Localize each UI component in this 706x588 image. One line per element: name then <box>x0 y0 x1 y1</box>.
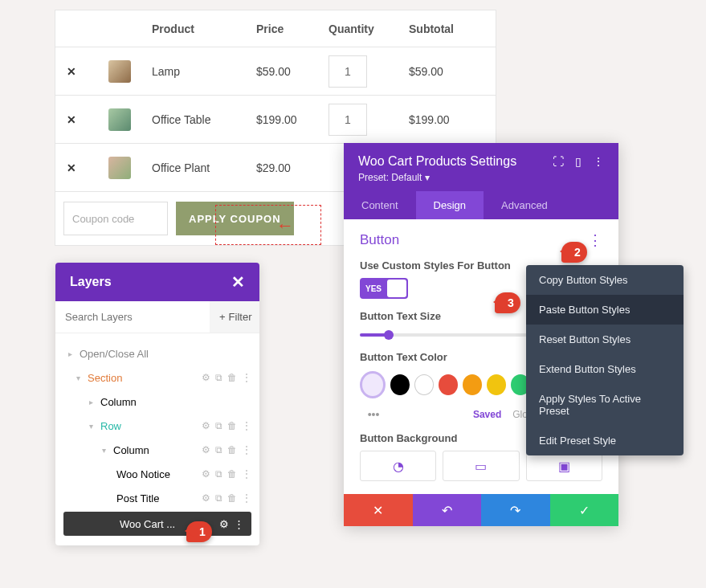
chevron-down-icon[interactable]: ▾ <box>76 374 84 382</box>
chevron-down-icon[interactable]: ▾ <box>89 422 97 431</box>
section-button-title: Button <box>360 232 399 248</box>
section-kebab-icon[interactable]: ⋮ <box>588 233 602 247</box>
menu-edit-preset[interactable]: Edit Preset Style <box>526 426 684 455</box>
kebab-icon[interactable]: ⋮ <box>242 372 251 383</box>
quantity-input[interactable] <box>329 55 367 88</box>
layers-search-row: +Filter <box>55 301 259 333</box>
menu-paste-styles[interactable]: Paste Button Styles <box>526 295 684 325</box>
arrow-icon: ← <box>276 215 294 236</box>
duplicate-icon[interactable]: ⧉ <box>215 468 222 480</box>
table-row: ✕ Lamp $59.00 $59.00 <box>55 47 496 96</box>
close-icon[interactable]: ✕ <box>231 272 245 292</box>
tab-design[interactable]: Design <box>416 191 484 219</box>
custom-styles-toggle[interactable]: YES <box>360 278 408 299</box>
swatch-selected[interactable] <box>360 371 386 398</box>
preset-label[interactable]: Preset: Default ▾ <box>358 172 604 183</box>
remove-item-button[interactable]: ✕ <box>67 161 76 174</box>
settings-tabs: Content Design Advanced <box>344 191 618 219</box>
layers-tree: ▸Open/Close All ▾Section⚙⧉🗑⋮ ▸Column ▾Ro… <box>55 333 259 545</box>
layer-row[interactable]: ▾Row⚙⧉🗑⋮ <box>60 414 255 438</box>
product-name: Office Table <box>152 113 256 126</box>
kebab-icon[interactable]: ⋮ <box>229 518 248 530</box>
swatch-red[interactable] <box>439 374 458 395</box>
duplicate-icon[interactable]: ⧉ <box>215 444 222 455</box>
layers-panel: Layers ✕ +Filter ▸Open/Close All ▾Sectio… <box>55 263 259 545</box>
tab-content[interactable]: Content <box>344 191 416 219</box>
gear-icon[interactable]: ⚙ <box>202 372 210 383</box>
gear-icon[interactable]: ⚙ <box>219 518 229 530</box>
product-subtotal: $199.00 <box>409 113 481 126</box>
more-colors-icon[interactable]: ••• <box>360 408 387 421</box>
redo-button[interactable]: ↷ <box>481 494 550 526</box>
chevron-down-icon[interactable]: ▾ <box>102 446 110 455</box>
swatch-orange[interactable] <box>463 374 482 395</box>
menu-apply-preset[interactable]: Apply Styles To Active Preset <box>526 384 684 426</box>
duplicate-icon[interactable]: ⧉ <box>215 420 222 431</box>
header-product: Product <box>152 22 256 35</box>
toggle-knob <box>387 280 406 297</box>
settings-header: Woo Cart Products Settings ⛶ ▯ ⋮ Preset:… <box>344 143 618 191</box>
cancel-button[interactable]: ✕ <box>344 494 413 526</box>
remove-item-button[interactable]: ✕ <box>67 65 76 78</box>
layer-column[interactable]: ▸Column <box>60 390 255 414</box>
gear-icon[interactable]: ⚙ <box>202 468 210 480</box>
swatch-tab-saved[interactable]: Saved <box>473 409 501 420</box>
trash-icon[interactable]: 🗑 <box>227 492 237 504</box>
swatch-yellow[interactable] <box>487 374 506 395</box>
header-price: Price <box>256 22 329 35</box>
bg-opt-color[interactable]: ◔ <box>360 451 436 481</box>
callout-1: 1 <box>186 521 212 542</box>
layer-woo-notice[interactable]: Woo Notice⚙⧉🗑⋮ <box>60 462 255 486</box>
duplicate-icon[interactable]: ⧉ <box>215 372 222 383</box>
bg-opt-gradient[interactable]: ▭ <box>443 451 519 481</box>
trash-icon[interactable]: 🗑 <box>227 372 237 383</box>
menu-copy-styles[interactable]: Copy Button Styles <box>526 265 684 295</box>
confirm-button[interactable]: ✓ <box>550 494 619 526</box>
product-name: Lamp <box>152 65 256 78</box>
layer-section[interactable]: ▾Section⚙⧉🗑⋮ <box>60 365 255 390</box>
tab-advanced[interactable]: Advanced <box>484 191 565 219</box>
search-input[interactable] <box>55 301 210 333</box>
trash-icon[interactable]: 🗑 <box>227 444 237 455</box>
gear-icon[interactable]: ⚙ <box>202 444 210 455</box>
product-thumb <box>108 108 131 131</box>
filter-button[interactable]: +Filter <box>210 301 259 333</box>
plus-icon: + <box>219 311 226 323</box>
product-name: Office Plant <box>152 161 256 174</box>
open-close-all[interactable]: ▸Open/Close All <box>60 341 255 365</box>
gear-icon[interactable]: ⚙ <box>202 492 210 504</box>
product-subtotal: $59.00 <box>409 65 481 78</box>
kebab-icon[interactable]: ⋮ <box>593 155 604 168</box>
quantity-input[interactable] <box>329 104 367 136</box>
gear-icon[interactable]: ⚙ <box>202 420 210 431</box>
menu-reset-styles[interactable]: Reset Button Styles <box>526 325 684 354</box>
product-thumb <box>108 60 131 83</box>
undo-button[interactable]: ↶ <box>413 494 482 526</box>
highlight-box <box>215 205 321 245</box>
kebab-icon[interactable]: ⋮ <box>242 492 251 504</box>
kebab-icon[interactable]: ⋮ <box>242 420 251 431</box>
expand-icon[interactable]: ⛶ <box>553 155 564 168</box>
table-row: ✕ Office Table $199.00 $199.00 <box>55 96 496 144</box>
layer-column[interactable]: ▾Column⚙⧉🗑⋮ <box>60 438 255 462</box>
slider-knob[interactable] <box>384 330 394 340</box>
columns-icon[interactable]: ▯ <box>575 155 582 168</box>
trash-icon[interactable]: 🗑 <box>227 468 237 480</box>
menu-extend-styles[interactable]: Extend Button Styles <box>526 354 684 384</box>
styles-dropdown: Copy Button Styles Paste Button Styles R… <box>526 265 684 455</box>
chevron-right-icon[interactable]: ▸ <box>89 398 97 406</box>
kebab-icon[interactable]: ⋮ <box>242 444 251 455</box>
callout-2: 2 <box>561 242 587 263</box>
kebab-icon[interactable]: ⋮ <box>242 468 251 480</box>
layer-post-title[interactable]: Post Title⚙⧉🗑⋮ <box>60 486 255 510</box>
header-subtotal: Subtotal <box>409 22 481 35</box>
settings-title: Woo Cart Products Settings <box>358 154 516 169</box>
trash-icon[interactable]: 🗑 <box>227 420 237 431</box>
product-price: $59.00 <box>256 65 329 78</box>
layer-woo-cart[interactable]: Woo Cart ...⚙⋮ <box>63 512 251 536</box>
duplicate-icon[interactable]: ⧉ <box>215 492 222 504</box>
swatch-white[interactable] <box>414 374 434 395</box>
remove-item-button[interactable]: ✕ <box>67 113 76 126</box>
swatch-black[interactable] <box>390 374 410 395</box>
coupon-input[interactable] <box>63 202 168 235</box>
